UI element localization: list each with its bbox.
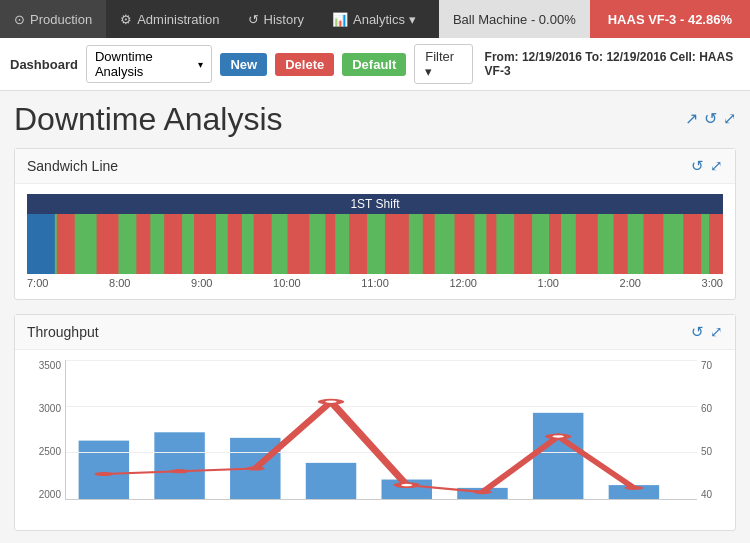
date-range-info: From: 12/19/2016 To: 12/19/2016 Cell: HA…: [485, 50, 740, 78]
time-300: 3:00: [702, 277, 723, 289]
nav-administration-label: Administration: [137, 12, 219, 27]
y-right-60: 60: [701, 403, 712, 414]
machine-red-button[interactable]: HAAS VF-3 - 42.86%: [590, 0, 750, 38]
gantt-chart: 1ST Shift: [27, 194, 723, 289]
chart-plot: [65, 360, 697, 500]
filter-button[interactable]: Filter ▾: [414, 44, 472, 84]
machine-gray-label: Ball Machine - 0.00%: [453, 12, 576, 27]
shift-label: 1ST Shift: [27, 194, 723, 214]
y-left-3000: 3000: [39, 403, 61, 414]
svg-rect-20: [683, 214, 701, 274]
gantt-bar-row: 1ST Shift: [27, 194, 723, 274]
svg-rect-9: [325, 214, 335, 274]
page-actions: ↗ ↺ ⤢: [685, 109, 736, 128]
nav-administration[interactable]: ⚙ Administration: [106, 0, 233, 38]
dashboard-label: Dashboard: [10, 57, 78, 72]
sandwich-refresh-icon[interactable]: ↺: [691, 157, 704, 175]
throughput-panel-icons: ↺ ⤢: [691, 323, 723, 341]
cell-label: Cell:: [670, 50, 696, 64]
time-1000: 10:00: [273, 277, 301, 289]
throughput-panel-title: Throughput: [27, 324, 99, 340]
time-1200: 12:00: [449, 277, 477, 289]
sandwich-expand-icon[interactable]: ⤢: [710, 157, 723, 175]
page-header: Downtime Analysis ↗ ↺ ⤢: [14, 101, 736, 138]
svg-rect-17: [576, 214, 598, 274]
analytics-icon: 📊: [332, 12, 348, 27]
throughput-panel-body: 3500 3000 2500 2000 70 60 50 40: [15, 350, 735, 530]
nav-production-label: Production: [30, 12, 92, 27]
throughput-panel: Throughput ↺ ⤢ 3500 3000 2500 2000: [14, 314, 736, 531]
svg-rect-21: [709, 214, 723, 274]
svg-rect-4: [164, 214, 182, 274]
svg-rect-10: [349, 214, 367, 274]
to-value: 12/19/2016: [606, 50, 666, 64]
throughput-panel-header: Throughput ↺ ⤢: [15, 315, 735, 350]
chart-inner: 3500 3000 2500 2000 70 60 50 40: [27, 360, 723, 520]
svg-rect-11: [385, 214, 409, 274]
y-left-3500: 3500: [39, 360, 61, 371]
svg-rect-5: [194, 214, 216, 274]
svg-point-31: [94, 472, 113, 476]
filter-label: Filter ▾: [425, 49, 461, 79]
time-900: 9:00: [191, 277, 212, 289]
default-button[interactable]: Default: [342, 53, 406, 76]
svg-rect-1: [57, 214, 75, 274]
svg-point-36: [473, 490, 492, 494]
svg-rect-8: [288, 214, 310, 274]
y-right-40: 40: [701, 489, 712, 500]
line-chart-svg: [66, 360, 697, 499]
machine-red-label: HAAS VF-3 - 42.86%: [608, 12, 732, 27]
svg-rect-2: [97, 214, 119, 274]
time-100: 1:00: [538, 277, 559, 289]
top-nav: ⊙ Production ⚙ Administration ↺ History …: [0, 0, 750, 38]
svg-rect-18: [614, 214, 628, 274]
time-1100: 11:00: [361, 277, 389, 289]
svg-rect-12: [423, 214, 435, 274]
nav-production[interactable]: ⊙ Production: [0, 0, 106, 38]
time-800: 8:00: [109, 277, 130, 289]
dashboard-select[interactable]: Downtime Analysis ▾: [86, 45, 213, 83]
throughput-expand-icon[interactable]: ⤢: [710, 323, 723, 341]
production-icon: ⊙: [14, 12, 25, 27]
new-button[interactable]: New: [220, 53, 267, 76]
expand-icon[interactable]: ⤢: [723, 109, 736, 128]
from-label: From:: [485, 50, 519, 64]
sandwich-panel-title: Sandwich Line: [27, 158, 118, 174]
from-value: 12/19/2016: [522, 50, 582, 64]
svg-point-38: [624, 486, 643, 490]
nav-analytics-label: Analytics ▾: [353, 12, 416, 27]
y-axis-left: 3500 3000 2500 2000: [27, 360, 65, 500]
svg-rect-6: [228, 214, 242, 274]
y-axis-right: 70 60 50 40: [697, 360, 723, 500]
svg-point-37: [549, 434, 568, 438]
refresh-icon[interactable]: ↺: [704, 109, 717, 128]
svg-rect-15: [514, 214, 532, 274]
gantt-time-axis: 7:00 8:00 9:00 10:00 11:00 12:00 1:00 2:…: [27, 277, 723, 289]
delete-button[interactable]: Delete: [275, 53, 334, 76]
y-left-2000: 2000: [39, 489, 61, 500]
svg-point-34: [322, 400, 341, 404]
svg-rect-22: [27, 214, 55, 274]
page-content: Downtime Analysis ↗ ↺ ⤢ Sandwich Line ↺ …: [0, 91, 750, 543]
svg-rect-19: [643, 214, 663, 274]
svg-rect-13: [455, 214, 475, 274]
sandwich-panel-icons: ↺ ⤢: [691, 157, 723, 175]
svg-rect-3: [136, 214, 150, 274]
nav-analytics[interactable]: 📊 Analytics ▾: [318, 0, 430, 38]
share-icon[interactable]: ↗: [685, 109, 698, 128]
throughput-refresh-icon[interactable]: ↺: [691, 323, 704, 341]
sandwich-panel-body: 1ST Shift: [15, 184, 735, 299]
y-right-50: 50: [701, 446, 712, 457]
nav-history[interactable]: ↺ History: [234, 0, 318, 38]
svg-point-35: [397, 483, 416, 487]
gear-icon: ⚙: [120, 12, 132, 27]
y-right-70: 70: [701, 360, 712, 371]
y-left-2500: 2500: [39, 446, 61, 457]
nav-history-label: History: [264, 12, 304, 27]
svg-rect-14: [486, 214, 496, 274]
gantt-bars: [27, 214, 723, 274]
gantt-svg: [27, 214, 723, 274]
svg-point-33: [246, 466, 265, 470]
machine-gray-button[interactable]: Ball Machine - 0.00%: [439, 0, 590, 38]
time-200: 2:00: [620, 277, 641, 289]
